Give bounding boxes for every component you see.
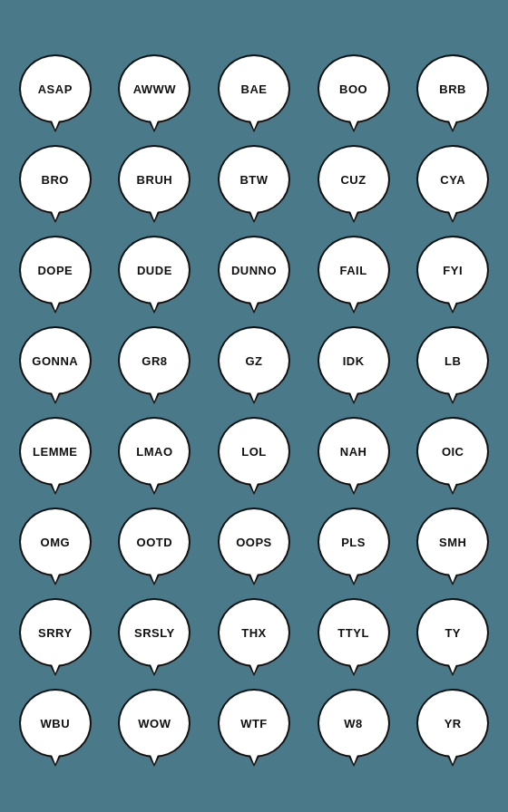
speech-bubble-wbu[interactable]: WBU <box>12 680 99 767</box>
emoji-grid: ASAPAWWWBAEBOOBRBBROBRUHBTWCUZCYADOPEDUD… <box>0 38 508 774</box>
speech-bubble-boo[interactable]: BOO <box>310 45 397 132</box>
speech-bubble-asap[interactable]: ASAP <box>12 45 99 132</box>
bubble-label: WTF <box>240 717 268 730</box>
speech-bubble-gz[interactable]: GZ <box>210 317 298 404</box>
bubble-label: OIC <box>442 445 464 459</box>
speech-bubble-dude[interactable]: DUDE <box>111 227 198 314</box>
bubble-label: SRRY <box>38 626 73 640</box>
bubble-label: AWWW <box>133 82 176 96</box>
speech-bubble-btw[interactable]: BTW <box>210 136 298 223</box>
bubble-label: BRO <box>42 173 69 187</box>
speech-bubble-w8[interactable]: W8 <box>310 680 397 767</box>
speech-bubble-lb[interactable]: LB <box>409 317 496 404</box>
speech-bubble-bruh[interactable]: BRUH <box>111 136 198 223</box>
speech-bubble-dope[interactable]: DOPE <box>12 227 99 314</box>
bubble-label: NAH <box>340 445 367 459</box>
bubble-label: TTYL <box>337 626 369 640</box>
bubble-label: PLS <box>341 536 366 549</box>
speech-bubble-srry[interactable]: SRRY <box>12 589 99 676</box>
speech-bubble-smh[interactable]: SMH <box>409 498 496 585</box>
bubble-label: LOL <box>241 445 267 459</box>
speech-bubble-bae[interactable]: BAE <box>210 45 298 132</box>
bubble-label: CYA <box>440 173 465 187</box>
speech-bubble-srsly[interactable]: SRSLY <box>111 589 198 676</box>
bubble-label: TY <box>444 626 461 640</box>
speech-bubble-ootd[interactable]: OOTD <box>111 498 198 585</box>
speech-bubble-ttyl[interactable]: TTYL <box>310 589 397 676</box>
bubble-label: OOPS <box>236 536 272 549</box>
bubble-label: DUDE <box>137 264 172 277</box>
bubble-label: DOPE <box>37 264 73 277</box>
speech-bubble-ty[interactable]: TY <box>409 589 496 676</box>
bubble-label: BRUH <box>137 173 173 187</box>
speech-bubble-pls[interactable]: PLS <box>310 498 397 585</box>
bubble-label: LMAO <box>136 445 172 459</box>
bubble-label: YR <box>444 717 462 730</box>
speech-bubble-wow[interactable]: WOW <box>111 680 198 767</box>
bubble-label: BTW <box>239 173 268 187</box>
bubble-label: LB <box>444 354 461 368</box>
bubble-label: BOO <box>339 82 367 96</box>
speech-bubble-thx[interactable]: THX <box>210 589 298 676</box>
speech-bubble-brb[interactable]: BRB <box>409 45 496 132</box>
speech-bubble-oops[interactable]: OOPS <box>210 498 298 585</box>
bubble-label: FYI <box>443 264 463 277</box>
bubble-label: OOTD <box>137 536 173 549</box>
bubble-label: GR8 <box>142 354 167 368</box>
speech-bubble-idk[interactable]: IDK <box>310 317 397 404</box>
speech-bubble-nah[interactable]: NAH <box>310 408 397 495</box>
bubble-label: CUZ <box>340 173 366 187</box>
speech-bubble-cuz[interactable]: CUZ <box>310 136 397 223</box>
speech-bubble-lol[interactable]: LOL <box>210 408 298 495</box>
bubble-label: SMH <box>439 536 466 549</box>
speech-bubble-gonna[interactable]: GONNA <box>12 317 99 404</box>
speech-bubble-cya[interactable]: CYA <box>409 136 496 223</box>
speech-bubble-fyi[interactable]: FYI <box>409 227 496 314</box>
bubble-label: WOW <box>138 717 171 730</box>
speech-bubble-gr8[interactable]: GR8 <box>111 317 198 404</box>
bubble-label: IDK <box>343 354 365 368</box>
speech-bubble-wtf[interactable]: WTF <box>210 680 298 767</box>
bubble-label: BAE <box>241 82 268 96</box>
bubble-label: THX <box>241 626 267 640</box>
speech-bubble-lmao[interactable]: LMAO <box>111 408 198 495</box>
speech-bubble-oic[interactable]: OIC <box>409 408 496 495</box>
bubble-label: ASAP <box>38 82 73 96</box>
bubble-label: W8 <box>344 717 363 730</box>
speech-bubble-dunno[interactable]: DUNNO <box>210 227 298 314</box>
bubble-label: SRSLY <box>134 626 175 640</box>
speech-bubble-fail[interactable]: FAIL <box>310 227 397 314</box>
speech-bubble-yr[interactable]: YR <box>409 680 496 767</box>
speech-bubble-awww[interactable]: AWWW <box>111 45 198 132</box>
speech-bubble-omg[interactable]: OMG <box>12 498 99 585</box>
bubble-label: DUNNO <box>231 264 277 277</box>
bubble-label: GZ <box>245 354 262 368</box>
speech-bubble-lemme[interactable]: LEMME <box>12 408 99 495</box>
bubble-label: BRB <box>439 82 466 96</box>
bubble-label: FAIL <box>340 264 367 277</box>
speech-bubble-bro[interactable]: BRO <box>12 136 99 223</box>
bubble-label: GONNA <box>32 354 78 368</box>
bubble-label: LEMME <box>33 445 77 459</box>
bubble-label: WBU <box>41 717 71 730</box>
bubble-label: OMG <box>41 536 71 549</box>
